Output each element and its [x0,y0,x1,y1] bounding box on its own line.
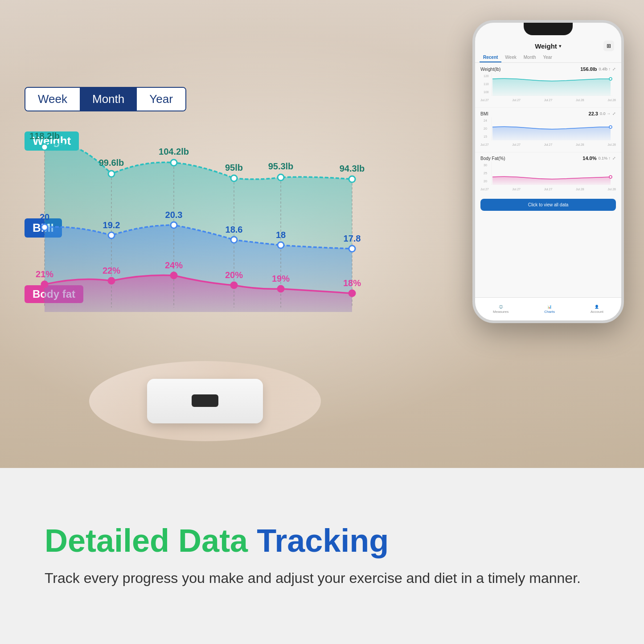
phone-screen: Weight ▾ ⊞ Recent Week Month Year Weight… [475,23,621,320]
phone-container: Weight ▾ ⊞ Recent Week Month Year Weight… [472,20,624,323]
svg-point-22 [278,286,284,292]
svg-point-20 [171,272,177,279]
bodyfat-metric-section: Body Fat(%) 14.0% 0.1% ↑ ⤢ [475,154,621,195]
svg-point-21 [231,282,237,288]
svg-text:20%: 20% [225,270,243,280]
tab-week[interactable]: Week [25,88,80,111]
svg-text:100: 100 [484,90,489,94]
bodyfat-metric-name: Body Fat(%) [480,156,505,161]
tab-month[interactable]: Month [80,88,137,111]
nav-measures-label: Measures [493,310,509,314]
svg-text:118.2lb: 118.2lb [29,131,60,141]
svg-text:20: 20 [484,127,487,130]
nav-charts[interactable]: 📊 Charts [544,305,555,314]
weight-metric-value: 156.0lb [580,66,597,72]
svg-text:95.3lb: 95.3lb [268,161,294,171]
phone-frame: Weight ▾ ⊞ Recent Week Month Year Weight… [472,20,624,323]
svg-point-23 [349,290,355,296]
subtext: Track every progress you make and adjust… [45,567,599,589]
svg-text:18: 18 [276,230,286,240]
svg-text:120: 120 [484,74,489,78]
phone-nav: ⚖️ Measures 📊 Charts 👤 Account [475,297,621,320]
top-section: Week Month Year Weight BMI Body fat [0,0,644,468]
svg-text:20: 20 [484,180,487,183]
svg-point-14 [171,222,177,228]
svg-text:18%: 18% [343,278,361,288]
weight-mini-chart: 120 110 100 [480,73,616,96]
svg-point-17 [349,246,355,252]
svg-text:99.6lb: 99.6lb [99,158,124,168]
svg-point-18 [41,281,48,287]
weight-expand-icon[interactable]: ⤢ [612,67,616,71]
svg-point-12 [41,224,48,230]
nav-charts-label: Charts [544,310,555,314]
svg-point-52 [609,126,612,128]
svg-point-57 [609,176,612,178]
nav-account[interactable]: 👤 Account [591,305,603,314]
nav-measures[interactable]: ⚖️ Measures [493,305,509,314]
scale-device [147,379,263,423]
svg-text:19%: 19% [272,274,290,283]
svg-text:17.8: 17.8 [344,234,361,243]
svg-point-47 [609,78,612,80]
tab-week[interactable]: Week [501,53,520,62]
tab-recent[interactable]: Recent [480,53,501,62]
settings-icon[interactable]: ⊞ [603,41,614,51]
bodyfat-expand-icon[interactable]: ⤢ [612,156,616,160]
svg-point-13 [108,232,115,238]
bmi-chart-x-labels: Jul.27Jul.27Jul.27Jul.28Jul.28 [480,143,616,146]
app-tabs: Recent Week Month Year [475,53,621,63]
svg-text:95lb: 95lb [225,163,243,172]
svg-point-8 [171,160,177,166]
tab-month[interactable]: Month [520,53,540,62]
bmi-metric-section: BMI 22.3 0.0 → ⤢ [475,109,621,151]
tab-year[interactable]: Year [540,53,556,62]
scale-screen [192,394,218,407]
bodyfat-chart-x-labels: Jul.27Jul.27Jul.27Jul.28Jul.28 [480,188,616,191]
svg-text:20: 20 [40,212,49,222]
view-all-button[interactable]: Click to view all data [480,199,616,211]
svg-point-16 [278,242,284,248]
divider-1 [475,107,621,108]
svg-text:20.3: 20.3 [165,210,183,220]
svg-text:25: 25 [484,172,487,175]
svg-text:30: 30 [484,164,487,167]
app-title: Weight [535,42,557,50]
bmi-expand-icon[interactable]: ⤢ [612,111,616,116]
svg-point-7 [108,171,115,177]
bmi-metric-change: 0.0 → [600,111,611,116]
svg-text:24%: 24% [165,260,183,270]
phone-notch [524,23,573,35]
tab-year[interactable]: Year [137,88,185,111]
headline-part2: Tracking [257,523,389,558]
bmi-metric-name: BMI [480,111,488,116]
weight-metric-name: Weight(lb) [480,67,500,72]
svg-text:110: 110 [484,82,489,86]
divider-2 [475,152,621,152]
bodyfat-metric-value: 14.0% [582,156,596,161]
bodyfat-metric-change: 0.1% ↑ [598,156,611,160]
bmi-metric-value: 22.3 [589,111,598,116]
dropdown-icon[interactable]: ▾ [559,43,562,49]
bodyfat-mini-chart: 30 25 20 [480,162,616,185]
svg-text:104.2lb: 104.2lb [159,147,189,156]
svg-point-9 [231,175,237,181]
svg-text:22%: 22% [103,266,120,275]
main-chart: 118.2lb 99.6lb 104.2lb 95lb 95.3lb 94.3l… [13,111,388,379]
bmi-mini-chart: 24 20 15 [480,117,616,140]
measures-icon: ⚖️ [499,305,503,309]
headline: Detailed Data Tracking [45,523,599,558]
svg-text:24: 24 [484,119,487,122]
weight-metric-change: 0.4lb ↑ [599,67,611,71]
svg-text:94.3lb: 94.3lb [340,164,365,173]
charts-icon: 📊 [547,305,552,309]
svg-point-19 [108,278,115,284]
account-icon: 👤 [595,305,599,309]
svg-point-6 [41,144,48,150]
bottom-section: Detailed Data Tracking Track every progr… [0,468,644,644]
period-tabs-container: Week Month Year [25,87,186,111]
weight-metric-section: Weight(lb) 156.0lb 0.4lb ↑ ⤢ [475,65,621,106]
svg-text:18.6: 18.6 [226,225,243,234]
svg-point-15 [231,237,237,243]
app-header: Weight ▾ ⊞ [475,37,621,53]
